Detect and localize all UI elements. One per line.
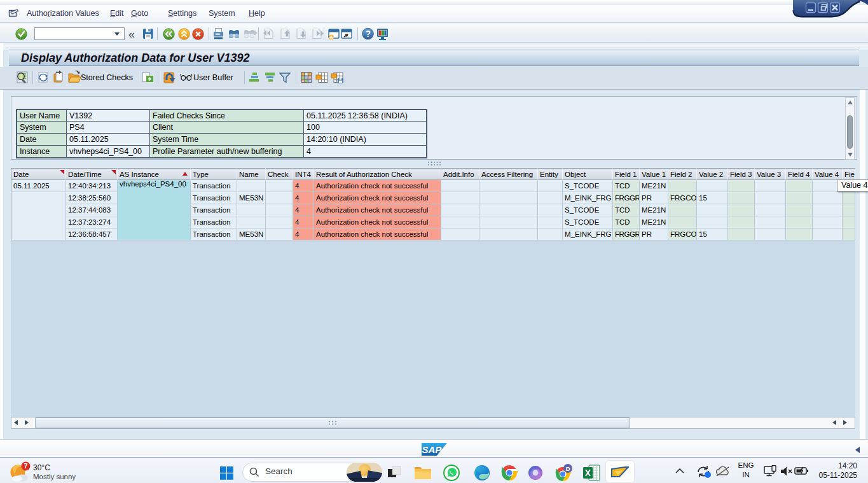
svg-text:?: ? <box>366 29 371 39</box>
svg-text:7: 7 <box>24 463 28 470</box>
svg-text:«: « <box>128 28 135 41</box>
svg-text:SAP: SAP <box>422 444 443 455</box>
svg-text:D: D <box>566 465 570 472</box>
